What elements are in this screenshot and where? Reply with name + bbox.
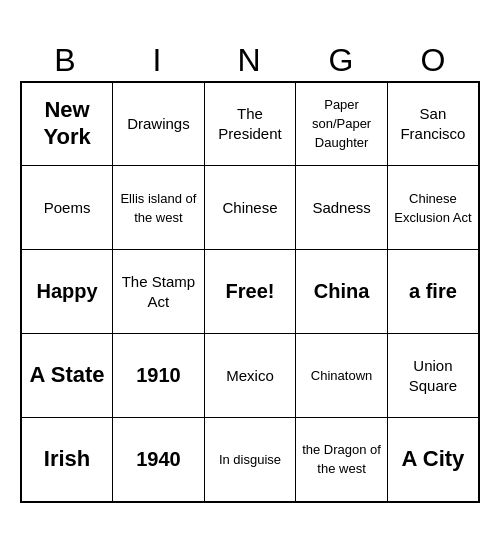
cell-r4-c0: Irish (21, 418, 113, 502)
header-b: B (20, 42, 112, 79)
cell-r3-c2: Mexico (204, 334, 296, 418)
header-n: N (204, 42, 296, 79)
cell-r4-c1: 1940 (113, 418, 205, 502)
cell-r1-c3: Sadness (296, 166, 388, 250)
cell-r1-c4: Chinese Exclusion Act (387, 166, 479, 250)
bingo-header: B I N G O (20, 42, 480, 79)
cell-r1-c0: Poems (21, 166, 113, 250)
cell-r2-c2: Free! (204, 250, 296, 334)
header-i: I (112, 42, 204, 79)
cell-r2-c4: a fire (387, 250, 479, 334)
bingo-container: B I N G O New YorkDrawingsThe PresidentP… (20, 42, 480, 503)
cell-r0-c4: San Francisco (387, 82, 479, 166)
cell-r2-c1: The Stamp Act (113, 250, 205, 334)
header-g: G (296, 42, 388, 79)
cell-r1-c1: Ellis island of the west (113, 166, 205, 250)
cell-r2-c3: China (296, 250, 388, 334)
cell-r4-c3: the Dragon of the west (296, 418, 388, 502)
bingo-grid: New YorkDrawingsThe PresidentPaper son/P… (20, 81, 480, 503)
header-o: O (388, 42, 480, 79)
cell-r0-c2: The President (204, 82, 296, 166)
cell-r3-c4: Union Square (387, 334, 479, 418)
cell-r1-c2: Chinese (204, 166, 296, 250)
cell-r4-c2: In disguise (204, 418, 296, 502)
cell-r3-c1: 1910 (113, 334, 205, 418)
cell-r3-c0: A State (21, 334, 113, 418)
cell-r3-c3: Chinatown (296, 334, 388, 418)
cell-r0-c3: Paper son/Paper Daughter (296, 82, 388, 166)
cell-r2-c0: Happy (21, 250, 113, 334)
cell-r4-c4: A City (387, 418, 479, 502)
cell-r0-c1: Drawings (113, 82, 205, 166)
cell-r0-c0: New York (21, 82, 113, 166)
